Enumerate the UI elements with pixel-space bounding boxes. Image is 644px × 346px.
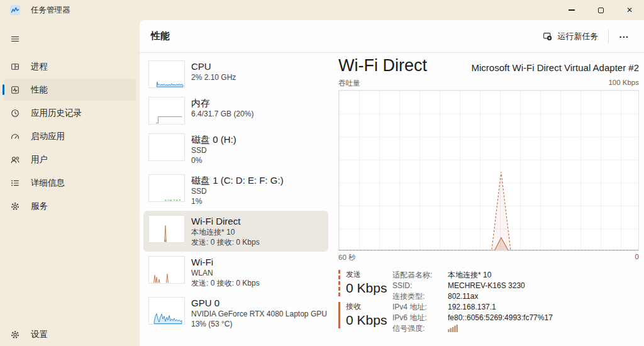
property-label: IPv4 地址:: [392, 302, 441, 313]
perf-item-disk1[interactable]: 磁盘 1 (C: D: E: F: G:)SSD1%: [143, 170, 328, 211]
history-icon: [10, 108, 20, 118]
sidebar-item-label: 详细信息: [31, 177, 65, 189]
network-stats: 发送 0 Kbps 接收 0 Kbps 适配器名称:本地连接* 10SSID:M…: [338, 270, 639, 334]
task-manager-app-icon: [10, 5, 20, 15]
sidebar-item-settings[interactable]: 设置: [4, 323, 136, 345]
startup-icon: [10, 131, 20, 142]
users-icon: [10, 155, 20, 165]
signal-strength-icon: [448, 323, 553, 334]
minimize-button[interactable]: [557, 0, 586, 20]
perf-item-disk0[interactable]: 磁盘 0 (H:)SSD0%: [143, 129, 328, 170]
perf-item-subline: 1%: [191, 196, 284, 206]
run-new-task-label: 运行新任务: [557, 31, 598, 42]
property-label: 连接类型:: [392, 291, 441, 302]
x-left-label: 60 秒: [338, 253, 356, 262]
sidebar-item-label: 应用历史记录: [31, 108, 82, 119]
main-header: 性能 运行新任务 ...: [140, 20, 644, 53]
navigation-menu-button[interactable]: [4, 28, 136, 50]
perf-item-wifi-direct[interactable]: Wi-Fi Direct本地连接* 10发送: 0 接收: 0 Kbps: [143, 211, 328, 252]
perf-item-subline: 6.4/31.7 GB (20%): [191, 109, 253, 119]
window-controls: ✕: [557, 0, 644, 20]
sidebar-nav: 进程性能应用历史记录启动应用用户详细信息服务: [0, 55, 140, 217]
main-panel: 性能 运行新任务 ... CPU2% 2.10 GHz内存6.4/31.7 GB…: [140, 20, 644, 346]
perf-item-text: CPU2% 2.10 GHz: [191, 60, 236, 82]
perf-item-memory[interactable]: 内存6.4/31.7 GB (20%): [143, 92, 328, 129]
sidebar-item-details[interactable]: 详细信息: [4, 172, 136, 194]
perf-item-text: 磁盘 0 (H:)SSD0%: [191, 133, 236, 165]
chart-bottom-labels: 60 秒 0: [338, 253, 639, 262]
property-label: 适配器名称:: [392, 270, 441, 281]
property-value: 本地连接* 10: [448, 270, 553, 281]
perf-item-title: 磁盘 1 (C: D: E: F: G:): [191, 174, 284, 186]
detail-title-row: Wi-Fi Direct Microsoft Wi-Fi Direct Virt…: [338, 56, 639, 77]
cpu-sparkline: [148, 60, 185, 88]
close-button[interactable]: ✕: [615, 0, 644, 20]
maximize-icon: [598, 8, 604, 13]
send-label: 发送: [346, 270, 392, 279]
performance-icon: [10, 85, 20, 95]
run-new-task-button[interactable]: 运行新任务: [536, 27, 604, 46]
perf-item-title: Wi-Fi: [191, 256, 260, 268]
perf-item-subline: WLAN: [191, 268, 260, 278]
y-max-label: 100 Kbps: [608, 79, 639, 88]
receive-legend: 接收 0 Kbps: [338, 302, 392, 328]
perf-item-subline: 2% 2.10 GHz: [191, 72, 236, 82]
perf-item-subline: 13% (53 °C): [191, 319, 327, 329]
services-icon: [10, 201, 20, 211]
hamburger-icon: [10, 34, 20, 44]
perf-item-text: Wi-Fi Direct本地连接* 10发送: 0 接收: 0 Kbps: [191, 215, 260, 247]
sidebar-item-label: 性能: [31, 84, 48, 96]
property-value: 192.168.137.1: [448, 302, 553, 313]
sidebar-item-users[interactable]: 用户: [4, 148, 136, 170]
more-options-button[interactable]: ...: [613, 28, 635, 45]
throughput-chart: [338, 90, 639, 251]
chart-top-labels: 吞吐量 100 Kbps: [338, 79, 639, 88]
adapter-properties: 适配器名称:本地连接* 10SSID:MECHREV-K16S 3230连接类型…: [392, 270, 553, 334]
header-divider: [608, 30, 609, 43]
perf-item-subline: SSD: [191, 145, 236, 155]
perf-item-text: GPU 0NVIDIA GeForce RTX 4080 Laptop GPU1…: [191, 297, 327, 329]
minimize-icon: [569, 9, 575, 10]
send-value: 0 Kbps: [346, 279, 392, 296]
sidebar-item-app-history[interactable]: 应用历史记录: [4, 102, 136, 124]
perf-item-gpu0[interactable]: GPU 0NVIDIA GeForce RTX 4080 Laptop GPU1…: [143, 293, 328, 333]
perf-item-subline: 发送: 0 接收: 0 Kbps: [191, 237, 260, 247]
sidebar-item-processes[interactable]: 进程: [4, 55, 136, 77]
perf-item-text: 磁盘 1 (C: D: E: F: G:)SSD1%: [191, 174, 284, 206]
details-icon: [10, 178, 20, 188]
sidebar-item-performance[interactable]: 性能: [4, 79, 136, 101]
perf-item-title: GPU 0: [191, 297, 327, 309]
sidebar: 进程性能应用历史记录启动应用用户详细信息服务 设置: [0, 20, 140, 346]
page-title: 性能: [151, 30, 170, 42]
perf-item-wifi[interactable]: Wi-FiWLAN发送: 0 接收: 0 Kbps: [143, 252, 328, 293]
run-new-task-icon: [543, 31, 552, 41]
send-legend: 发送 0 Kbps: [338, 270, 392, 296]
sidebar-item-label: 用户: [31, 154, 48, 165]
property-label: IPv6 地址:: [392, 313, 441, 323]
wifi-direct-sparkline: [148, 215, 185, 243]
performance-list: CPU2% 2.10 GHz内存6.4/31.7 GB (20%)磁盘 0 (H…: [143, 53, 328, 346]
perf-item-subline: SSD: [191, 186, 284, 196]
property-value: MECHREV-K16S 3230: [448, 281, 553, 291]
perf-item-subline: 本地连接* 10: [191, 227, 260, 237]
maximize-button[interactable]: [586, 0, 615, 20]
property-label: 信号强度:: [392, 323, 441, 334]
wifi-sparkline: [148, 256, 185, 284]
perf-item-cpu[interactable]: CPU2% 2.10 GHz: [143, 56, 328, 92]
x-right-label: 0: [635, 253, 639, 262]
perf-item-subline: 发送: 0 接收: 0 Kbps: [191, 278, 260, 288]
detail-panel: Wi-Fi Direct Microsoft Wi-Fi Direct Virt…: [338, 53, 639, 346]
window-title: 任务管理器: [31, 5, 70, 16]
legend-column: 发送 0 Kbps 接收 0 Kbps: [338, 270, 392, 334]
sidebar-item-services[interactable]: 服务: [4, 195, 136, 217]
perf-item-title: CPU: [191, 60, 236, 72]
sidebar-item-startup-apps[interactable]: 启动应用: [4, 125, 136, 147]
throughput-label: 吞吐量: [338, 79, 360, 88]
gpu0-sparkline: [148, 297, 185, 325]
receive-value: 0 Kbps: [346, 311, 392, 328]
sidebar-item-label: 启动应用: [31, 131, 65, 142]
memory-sparkline: [148, 97, 185, 125]
perf-item-title: Wi-Fi Direct: [191, 215, 260, 227]
property-value: fe80::6056:5269:4993:fc77%17: [448, 313, 553, 323]
sidebar-item-label: 进程: [31, 61, 48, 72]
